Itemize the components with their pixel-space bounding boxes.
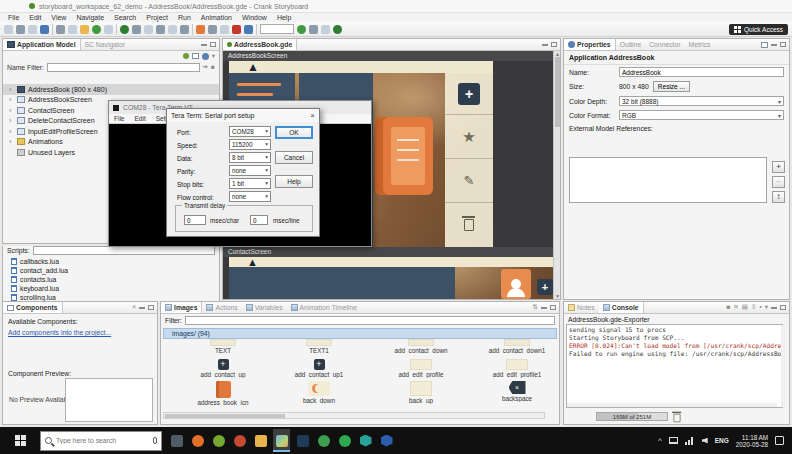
edit-pencil-icon[interactable]: ✎ [464, 173, 475, 188]
scroll-up-arrow-icon[interactable]: ▲ [247, 61, 259, 73]
tree-item-addressbook[interactable]: › AddressBook (800 x 480) [3, 84, 219, 95]
dialog-title-bar[interactable]: Tera Term: Serial port setup × [167, 109, 319, 122]
screen1-header[interactable]: AddressBookScreen [223, 51, 553, 61]
color-depth-select[interactable]: 32 bit (8888) ▾ [619, 96, 784, 106]
run-gc-trash-icon[interactable] [674, 414, 681, 422]
tab-addressbook-gde[interactable]: AddressBook.gde [223, 39, 297, 50]
ok-button[interactable]: OK [275, 126, 313, 139]
filter-arrow-icon[interactable]: ➔ [203, 64, 208, 71]
image-item[interactable]: add_contact_down [375, 339, 467, 354]
filter-lock-icon[interactable]: ■ [211, 64, 215, 71]
msec-line-input[interactable] [250, 215, 268, 225]
image-item[interactable]: +add_contact_up1 [273, 359, 365, 378]
resize-button[interactable]: Resize ... [653, 81, 690, 92]
screen2-header[interactable]: ContactScreen [223, 247, 553, 257]
images-folder-row[interactable]: images/ (94) [163, 328, 557, 339]
tab-sc-navigator[interactable]: SC Navigator [81, 39, 129, 50]
zoom-level-select[interactable] [260, 24, 294, 34]
display-console-icon[interactable]: ▾ [765, 304, 768, 311]
help-button[interactable]: Help [275, 175, 313, 188]
favorites-star-icon[interactable]: ★ [462, 128, 475, 146]
maximize-icon[interactable] [780, 305, 786, 310]
tab-components[interactable]: Components [3, 302, 63, 313]
data-select[interactable]: 8 bit▾ [229, 152, 271, 163]
console-vertical-scrollbar[interactable] [781, 325, 786, 407]
app-icon-teal-hex[interactable] [357, 429, 374, 452]
minimize-icon[interactable] [541, 307, 547, 309]
images-filter-input[interactable] [185, 316, 555, 325]
minimize-icon[interactable] [771, 44, 777, 46]
profile-person-icon[interactable] [501, 269, 531, 299]
serial-port-setup-dialog[interactable]: Tera Term: Serial port setup × Port: COM… [166, 108, 320, 237]
scripts-filter-input[interactable] [33, 246, 215, 255]
app-icon-green2[interactable] [315, 429, 332, 452]
speed-select[interactable]: 115200▾ [229, 139, 271, 150]
simulate-icon[interactable] [120, 25, 129, 34]
undo-icon[interactable] [56, 25, 65, 34]
image-item[interactable]: +add_contact_up [177, 359, 269, 378]
search-input[interactable] [56, 437, 149, 444]
external-references-list[interactable] [569, 157, 767, 203]
contact-detail-panel[interactable] [229, 267, 455, 299]
debug-icon[interactable] [104, 25, 113, 34]
script-item[interactable]: keyboard.lua [3, 284, 219, 293]
tab-notes[interactable]: Notes [564, 302, 599, 313]
snap-icon[interactable] [220, 25, 229, 34]
maximize-icon[interactable] [148, 305, 154, 310]
console-output[interactable]: sending signal 15 to procs Starting Stor… [566, 324, 783, 408]
address-book-icon[interactable] [375, 117, 433, 195]
menu-animation[interactable]: Animation [196, 14, 237, 21]
collapse-all-icon[interactable] [192, 53, 199, 59]
name-filter-input[interactable] [47, 63, 200, 72]
tab-images[interactable]: Images [161, 302, 202, 313]
laptop-icon[interactable] [669, 437, 678, 444]
align-left-icon[interactable] [132, 25, 141, 34]
clear-console-icon[interactable]: ▤ [742, 304, 748, 311]
action-center-icon[interactable] [775, 436, 784, 445]
minimize-icon[interactable] [201, 44, 207, 46]
sort-icon[interactable]: ⇅ [533, 304, 538, 311]
menu-view[interactable]: View [46, 14, 71, 21]
menu-edit[interactable]: Edit [24, 14, 46, 21]
grid-icon[interactable] [321, 25, 330, 34]
network-icon[interactable] [685, 437, 695, 445]
start-button[interactable] [0, 427, 40, 454]
pin-console-icon[interactable]: ▪ [759, 304, 761, 311]
lock-icon[interactable] [208, 25, 217, 34]
volume-icon[interactable] [702, 438, 708, 444]
add-components-link[interactable]: Add components into the project... [8, 329, 111, 336]
image-item[interactable]: ×backspace [471, 381, 551, 402]
close-icon[interactable]: × [310, 111, 315, 120]
console-horizontal-scrollbar[interactable] [567, 403, 777, 407]
maximize-icon[interactable] [551, 42, 557, 47]
app-icon-green3[interactable] [336, 429, 353, 452]
msec-char-input[interactable] [184, 215, 206, 225]
tt-menu-edit[interactable]: Edit [134, 115, 145, 122]
pin-icon[interactable] [761, 42, 768, 48]
file-explorer-icon[interactable] [252, 429, 269, 452]
run-icon[interactable] [92, 25, 101, 34]
distribute-icon[interactable] [168, 25, 177, 34]
app-icon-blue-hex[interactable] [378, 429, 395, 452]
menu-run[interactable]: Run [173, 14, 196, 21]
canvas-vertical-scrollbar[interactable]: ▲ ▼ [553, 51, 560, 299]
image-item[interactable]: address_book_icn [177, 381, 269, 406]
taskbar-clock[interactable]: 11:18 AM 2020-05-28 [736, 434, 768, 448]
firefox-icon[interactable] [189, 429, 206, 452]
trash-icon[interactable] [464, 219, 474, 231]
image-item[interactable]: TEXT1 [273, 339, 365, 354]
menu-navigate[interactable]: Navigate [71, 14, 109, 21]
name-input[interactable] [619, 67, 784, 77]
group-icon[interactable] [180, 25, 189, 34]
hidden-icons-chevron[interactable]: ^ [658, 436, 662, 445]
add-reference-button[interactable]: + [772, 161, 785, 173]
image-item[interactable]: TEXT [177, 339, 269, 354]
annotation-icon[interactable] [309, 25, 318, 34]
redo-icon[interactable] [68, 25, 77, 34]
image-item[interactable]: back_down [273, 381, 365, 404]
view-menu-icon[interactable] [202, 53, 209, 60]
tab-console[interactable]: Console [599, 302, 644, 313]
terminate-icon[interactable]: ■ [726, 304, 730, 311]
close-console-icon[interactable]: ✕ [733, 304, 738, 311]
image-item[interactable]: add_edit_profile [375, 359, 467, 378]
